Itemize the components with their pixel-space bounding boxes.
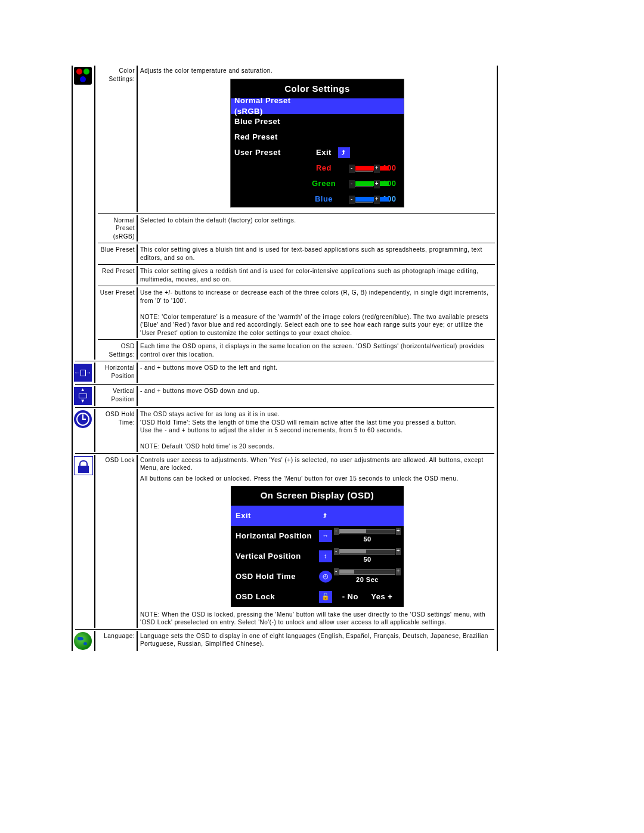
- horizontal-position-icon: ←→: [74, 364, 92, 382]
- hold-l2: 'OSD Hold Time': Sets the length of time…: [140, 419, 494, 427]
- color-settings-label: Color Settings:: [95, 66, 137, 212]
- red-preset-label: Red Preset: [95, 266, 137, 284]
- hold-label: OSD Hold Time:: [95, 409, 137, 452]
- osd2-hold[interactable]: OSD Hold Time: [236, 571, 319, 582]
- green-slider[interactable]: -+: [352, 180, 376, 187]
- lock-label: OSD Lock: [95, 455, 137, 473]
- lock-yes[interactable]: Yes +: [371, 592, 392, 602]
- language-desc: Language sets the OSD to display in one …: [137, 631, 497, 651]
- osd2-exit[interactable]: Exit: [236, 510, 319, 521]
- hpos-slider[interactable]: -+: [336, 528, 399, 534]
- osd-green-label: Green: [312, 178, 336, 189]
- red-preset-desc: This color setting gives a reddish tint …: [137, 266, 497, 284]
- hold-note: NOTE: Default 'OSD hold time' is 20 seco…: [140, 442, 494, 451]
- vertical-position-icon: ↕: [319, 550, 332, 562]
- osd-item-normal[interactable]: Normal Preset (sRGB): [234, 95, 312, 116]
- hold-l1: The OSD stays active for as long as it i…: [140, 410, 494, 419]
- osd-blue-label: Blue: [312, 194, 336, 205]
- hpos-label: Horizontal Position: [95, 363, 137, 383]
- osd2-lock[interactable]: OSD Lock: [236, 592, 319, 602]
- osd2-hpos[interactable]: Horizontal Position: [236, 531, 319, 541]
- blue-preset-desc: This color setting gives a bluish tint a…: [137, 244, 497, 263]
- lock-desc: Controls user access to adjustments. Whe…: [137, 455, 497, 473]
- osd-display-panel: On Screen Display (OSD) Exit ⮭ Horizonta…: [231, 486, 404, 606]
- lock-icon: [74, 456, 93, 475]
- hold-slider[interactable]: -+: [336, 569, 399, 575]
- blue-preset-label: Blue Preset: [95, 244, 137, 263]
- settings-table: Color Settings: Adjusts the color temper…: [72, 66, 498, 651]
- blue-slider[interactable]: -+: [352, 196, 376, 203]
- hold-l3: Use the - and + buttons to adjust the sl…: [140, 426, 494, 435]
- osd-red-label: Red: [312, 163, 336, 174]
- osd-settings-label: OSD Settings:: [95, 341, 137, 360]
- vpos-label: Vertical Position: [95, 386, 137, 406]
- hold-value: 20 Sec: [356, 575, 379, 584]
- red-slider[interactable]: -+: [352, 165, 376, 172]
- clock-icon: [74, 410, 92, 428]
- normal-preset-desc: Selected to obtain the default (factory)…: [137, 215, 497, 242]
- lock-no[interactable]: - No: [342, 592, 358, 602]
- user-preset-label: User Preset: [95, 287, 137, 338]
- hpos-value: 50: [363, 535, 371, 544]
- osd-exit[interactable]: Exit: [312, 147, 336, 158]
- color-settings-desc: Adjusts the color temperature and satura…: [140, 67, 494, 75]
- vpos-value: 50: [363, 555, 371, 564]
- lock-desc2: All buttons can be locked or unlocked. P…: [140, 475, 494, 483]
- vpos-desc: - and + buttons move OSD down and up.: [137, 386, 497, 406]
- osd2-vpos[interactable]: Vertical Position: [236, 551, 319, 562]
- normal-preset-label: Normal Preset (sRGB): [95, 215, 137, 242]
- color-settings-icon: [74, 67, 92, 85]
- horizontal-position-icon: ↔: [319, 530, 332, 542]
- exit-icon[interactable]: ⮭: [319, 510, 332, 522]
- user-preset-desc: Use the +/- buttons to increase or decre…: [140, 289, 494, 305]
- exit-icon[interactable]: ⮭: [338, 147, 350, 158]
- globe-icon: [74, 632, 92, 650]
- user-preset-note: NOTE: 'Color temperature' is a measure o…: [140, 313, 494, 337]
- osd2-title: On Screen Display (OSD): [231, 486, 404, 505]
- osd-item-blue[interactable]: Blue Preset: [234, 116, 312, 127]
- vertical-position-icon: ▲▼: [74, 387, 92, 405]
- osd-lock-note: NOTE: When the OSD is locked, pressing t…: [140, 611, 494, 627]
- osd-settings-desc: Each time the OSD opens, it displays in …: [137, 341, 497, 360]
- language-label: Language:: [95, 631, 137, 651]
- osd-color-panel: Color Settings Normal Preset (sRGB) Blue…: [230, 79, 404, 208]
- lock-icon: 🔓: [319, 591, 332, 603]
- hpos-desc: - and + buttons move OSD to the left and…: [137, 363, 497, 383]
- vpos-slider[interactable]: -+: [336, 549, 399, 555]
- osd-item-red[interactable]: Red Preset: [234, 132, 312, 143]
- clock-icon: ◴: [319, 571, 332, 583]
- osd-item-user[interactable]: User Preset: [234, 147, 312, 158]
